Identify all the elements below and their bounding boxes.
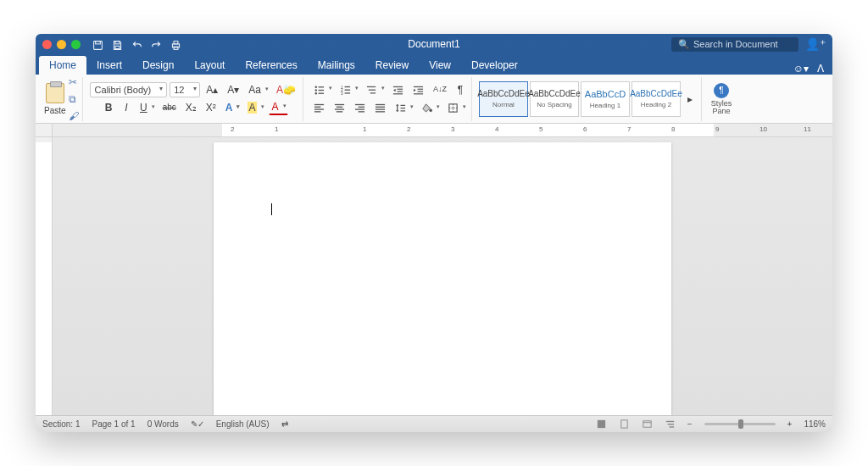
- print-layout-icon[interactable]: [619, 419, 630, 430]
- numbering-button[interactable]: 123: [337, 81, 360, 97]
- svg-rect-54: [621, 420, 627, 428]
- svg-rect-29: [418, 91, 424, 92]
- tab-insert[interactable]: Insert: [86, 56, 132, 75]
- svg-rect-12: [319, 92, 325, 93]
- strikethrough-button[interactable]: abc: [159, 101, 180, 114]
- font-color-button[interactable]: A: [269, 99, 288, 115]
- status-section[interactable]: Section: 1: [42, 419, 80, 429]
- ribbon: Paste ✂ ⧉ 🖌 Calibri (Body) 12 A▴ A▾ Aa A…: [36, 75, 832, 124]
- highlight-button[interactable]: A: [244, 100, 265, 115]
- outline-view-icon[interactable]: [665, 419, 676, 430]
- text-effects-button[interactable]: A: [222, 100, 242, 115]
- svg-rect-37: [337, 111, 342, 112]
- align-center-button[interactable]: [331, 100, 348, 116]
- align-right-button[interactable]: [351, 100, 369, 116]
- justify-button[interactable]: [371, 100, 389, 116]
- close-window-button[interactable]: [42, 40, 52, 49]
- collapse-ribbon-icon[interactable]: ᐱ: [817, 63, 824, 75]
- page[interactable]: [214, 142, 671, 415]
- style-no-spacing[interactable]: AaBbCcDdEe No Spacing: [530, 81, 579, 117]
- status-page[interactable]: Page 1 of 1: [92, 419, 135, 429]
- underline-button[interactable]: U: [136, 100, 157, 115]
- tab-review[interactable]: Review: [365, 56, 419, 75]
- zoom-in-button[interactable]: +: [787, 419, 793, 429]
- horizontal-ruler[interactable]: 21123456789101112131415161718: [36, 124, 832, 137]
- bullets-button[interactable]: [310, 81, 334, 97]
- workspace: [36, 137, 832, 415]
- svg-rect-39: [359, 106, 364, 107]
- tab-mailings[interactable]: Mailings: [308, 56, 365, 75]
- svg-rect-53: [598, 420, 605, 428]
- svg-rect-32: [314, 108, 324, 109]
- feedback-icon[interactable]: ☺▾: [793, 63, 809, 75]
- document-title: Document1: [408, 38, 459, 50]
- tab-layout[interactable]: Layout: [184, 56, 235, 75]
- track-changes-icon[interactable]: ⇄: [281, 419, 288, 429]
- search-input[interactable]: 🔍 Search in Document: [671, 37, 798, 52]
- subscript-button[interactable]: X₂: [182, 100, 200, 115]
- style-heading-1[interactable]: AaBbCcD Heading 1: [581, 81, 630, 117]
- shrink-font-button[interactable]: A▾: [224, 82, 242, 97]
- tab-references[interactable]: References: [235, 56, 307, 75]
- svg-rect-27: [414, 93, 423, 94]
- svg-rect-35: [337, 106, 342, 107]
- align-left-button[interactable]: [310, 100, 328, 116]
- spellcheck-icon[interactable]: ✎✓: [191, 419, 204, 429]
- zoom-level[interactable]: 116%: [804, 419, 826, 429]
- shading-button[interactable]: [418, 100, 442, 116]
- text-cursor: [271, 203, 272, 215]
- svg-rect-40: [355, 108, 364, 109]
- web-layout-icon[interactable]: [642, 419, 653, 430]
- italic-button[interactable]: I: [119, 100, 134, 115]
- paste-icon[interactable]: [46, 83, 64, 103]
- maximize-window-button[interactable]: [71, 40, 81, 49]
- sort-button[interactable]: A↓Z: [430, 83, 450, 96]
- multilevel-list-button[interactable]: [363, 81, 387, 97]
- change-case-button[interactable]: Aa: [245, 82, 270, 97]
- status-words[interactable]: 0 Words: [147, 419, 179, 429]
- style-heading-2[interactable]: AaBbCcDdEe Heading 2: [632, 81, 681, 117]
- tab-design[interactable]: Design: [132, 56, 184, 75]
- svg-rect-24: [398, 88, 403, 89]
- zoom-out-button[interactable]: −: [687, 419, 693, 429]
- show-marks-button[interactable]: ¶: [453, 82, 468, 97]
- bold-button[interactable]: B: [101, 100, 116, 115]
- page-area[interactable]: [53, 137, 832, 415]
- redo-icon[interactable]: [151, 37, 162, 50]
- font-name-select[interactable]: Calibri (Body): [90, 82, 168, 97]
- print-icon[interactable]: [170, 37, 181, 50]
- tab-developer[interactable]: Developer: [461, 56, 528, 75]
- copy-icon[interactable]: ⧉: [69, 93, 79, 105]
- svg-rect-23: [393, 93, 403, 94]
- tab-home[interactable]: Home: [39, 56, 86, 75]
- save-icon[interactable]: [112, 37, 123, 50]
- format-painter-icon[interactable]: 🖌: [69, 110, 79, 122]
- borders-button[interactable]: [444, 100, 468, 116]
- svg-rect-11: [319, 89, 325, 90]
- decrease-indent-button[interactable]: [389, 81, 407, 97]
- share-icon[interactable]: 👤⁺: [805, 37, 826, 51]
- styles-more-button[interactable]: ▸: [682, 92, 698, 107]
- line-spacing-button[interactable]: [392, 100, 415, 116]
- tab-view[interactable]: View: [419, 56, 461, 75]
- svg-rect-30: [314, 104, 324, 105]
- grow-font-button[interactable]: A▴: [203, 82, 221, 97]
- clear-formatting-button[interactable]: A🧽: [273, 82, 299, 97]
- style-normal[interactable]: AaBbCcDdEe Normal: [479, 81, 528, 117]
- styles-pane-label: Styles Pane: [709, 100, 734, 115]
- cut-icon[interactable]: ✂: [69, 76, 79, 88]
- zoom-slider[interactable]: [704, 423, 776, 425]
- status-language[interactable]: English (AUS): [216, 419, 270, 429]
- styles-pane-button[interactable]: ¶ Styles Pane: [709, 83, 734, 115]
- increase-indent-button[interactable]: [409, 81, 427, 97]
- focus-mode-icon[interactable]: [596, 419, 607, 430]
- svg-rect-16: [345, 86, 351, 86]
- undo-icon[interactable]: [131, 37, 142, 50]
- autosave-icon[interactable]: [92, 37, 103, 50]
- superscript-button[interactable]: X²: [203, 100, 220, 115]
- svg-rect-10: [319, 86, 325, 87]
- font-size-select[interactable]: 12: [170, 82, 200, 97]
- svg-rect-18: [345, 92, 351, 93]
- minimize-window-button[interactable]: [57, 40, 66, 49]
- vertical-ruler[interactable]: [36, 137, 53, 415]
